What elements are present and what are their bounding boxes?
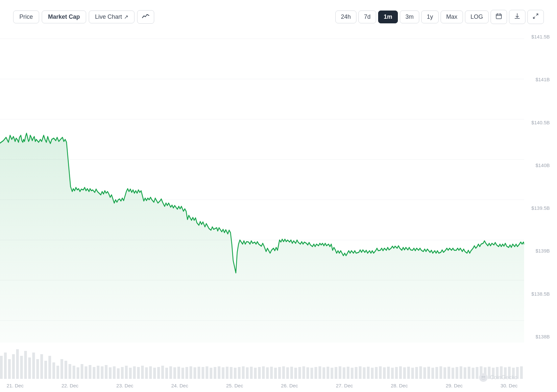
svg-rect-28 — [48, 356, 51, 379]
svg-rect-83 — [270, 367, 273, 379]
svg-rect-53 — [149, 366, 152, 379]
line-chart-icon — [142, 13, 149, 21]
svg-rect-120 — [419, 366, 422, 379]
svg-rect-79 — [254, 368, 256, 379]
svg-rect-19 — [12, 354, 15, 379]
svg-rect-127 — [448, 367, 450, 379]
toolbar: Price Market Cap Live Chart ↗ 24h 7d 1m … — [0, 7, 557, 27]
svg-rect-18 — [8, 359, 11, 379]
log-button[interactable]: LOG — [465, 11, 489, 23]
svg-rect-71 — [222, 367, 224, 379]
svg-rect-90 — [298, 367, 301, 379]
svg-rect-31 — [61, 359, 63, 379]
svg-rect-54 — [153, 368, 156, 379]
price-tab[interactable]: Price — [13, 11, 39, 23]
chart-area-fill — [0, 133, 524, 343]
svg-rect-99 — [335, 367, 337, 379]
svg-rect-88 — [290, 367, 293, 379]
svg-rect-132 — [468, 367, 470, 379]
svg-rect-85 — [278, 367, 281, 379]
x-label-28dec: 28. Dec — [391, 383, 408, 388]
svg-rect-126 — [444, 367, 446, 379]
svg-rect-64 — [194, 367, 196, 379]
24h-button[interactable]: 24h — [335, 11, 356, 23]
svg-rect-114 — [395, 367, 398, 379]
svg-rect-94 — [314, 367, 317, 379]
svg-rect-65 — [198, 367, 200, 379]
svg-rect-34 — [73, 366, 75, 379]
svg-rect-52 — [145, 367, 148, 379]
svg-rect-16 — [0, 356, 3, 379]
x-label-22dec: 22. Dec — [61, 383, 79, 388]
svg-rect-74 — [234, 368, 236, 379]
svg-rect-17 — [4, 353, 7, 379]
svg-rect-35 — [77, 367, 79, 379]
svg-rect-89 — [294, 368, 297, 379]
svg-rect-119 — [415, 367, 418, 379]
svg-rect-66 — [202, 367, 204, 379]
svg-rect-73 — [230, 367, 232, 379]
svg-rect-131 — [464, 367, 466, 379]
chart-area: $141.5B $141B $140.5B $140B $139.5B $139… — [0, 27, 557, 392]
download-button[interactable] — [509, 10, 525, 24]
svg-rect-30 — [57, 366, 59, 379]
volume-chart-svg — [0, 343, 524, 379]
calendar-icon — [496, 13, 502, 21]
y-label-1395b: $139.5B — [524, 205, 554, 211]
svg-rect-45 — [117, 368, 120, 379]
svg-rect-105 — [359, 366, 361, 379]
1m-button[interactable]: 1m — [378, 11, 398, 23]
svg-rect-68 — [210, 368, 212, 379]
svg-rect-78 — [250, 367, 253, 379]
svg-rect-20 — [16, 349, 19, 379]
svg-rect-93 — [310, 368, 313, 379]
y-label-141b: $141B — [524, 77, 554, 82]
calendar-button[interactable] — [491, 10, 507, 24]
volume-section — [0, 343, 557, 379]
svg-rect-84 — [274, 368, 277, 379]
svg-rect-82 — [266, 367, 269, 379]
svg-rect-77 — [246, 367, 249, 379]
svg-rect-67 — [206, 366, 208, 379]
svg-rect-106 — [363, 367, 366, 379]
1y-button[interactable]: 1y — [421, 11, 439, 23]
svg-rect-43 — [109, 367, 111, 379]
svg-rect-51 — [141, 366, 144, 379]
svg-rect-92 — [306, 367, 309, 379]
expand-button[interactable] — [527, 10, 544, 24]
svg-rect-58 — [169, 366, 172, 379]
svg-rect-104 — [355, 367, 357, 379]
svg-rect-72 — [226, 367, 229, 379]
svg-rect-98 — [330, 368, 333, 379]
svg-rect-108 — [371, 368, 374, 379]
volume-y-axis — [524, 343, 557, 379]
7d-button[interactable]: 7d — [358, 11, 376, 23]
svg-rect-59 — [173, 367, 176, 379]
x-axis: 21. Dec 22. Dec 23. Dec 24. Dec 25. Dec … — [0, 379, 524, 392]
y-label-140b: $140B — [524, 162, 554, 168]
y-axis: $141.5B $141B $140.5B $140B $139.5B $139… — [524, 31, 557, 343]
svg-rect-121 — [423, 367, 426, 379]
live-chart-tab[interactable]: Live Chart ↗ — [89, 11, 134, 23]
svg-rect-56 — [161, 366, 164, 379]
svg-rect-122 — [427, 367, 430, 379]
y-label-1415b: $141.5B — [524, 34, 554, 39]
line-chart-button[interactable] — [137, 10, 154, 24]
x-label-24dec: 24. Dec — [171, 383, 188, 388]
svg-rect-21 — [20, 356, 23, 379]
x-label-29dec: 29. Dec — [446, 383, 463, 388]
svg-rect-39 — [93, 367, 95, 379]
svg-rect-46 — [121, 367, 124, 379]
max-button[interactable]: Max — [441, 11, 463, 23]
x-label-27dec: 27. Dec — [336, 383, 353, 388]
3m-button[interactable]: 3m — [400, 11, 419, 23]
market-cap-tab[interactable]: Market Cap — [42, 11, 86, 23]
svg-rect-26 — [40, 354, 43, 379]
svg-rect-37 — [85, 366, 87, 379]
chart-svg-wrapper — [0, 31, 524, 343]
x-label-30dec: 30. Dec — [500, 383, 518, 388]
svg-rect-109 — [375, 367, 377, 379]
svg-rect-86 — [282, 366, 285, 379]
chart-main: $141.5B $141B $140.5B $140B $139.5B $139… — [0, 31, 557, 343]
main-chart-svg — [0, 31, 524, 343]
